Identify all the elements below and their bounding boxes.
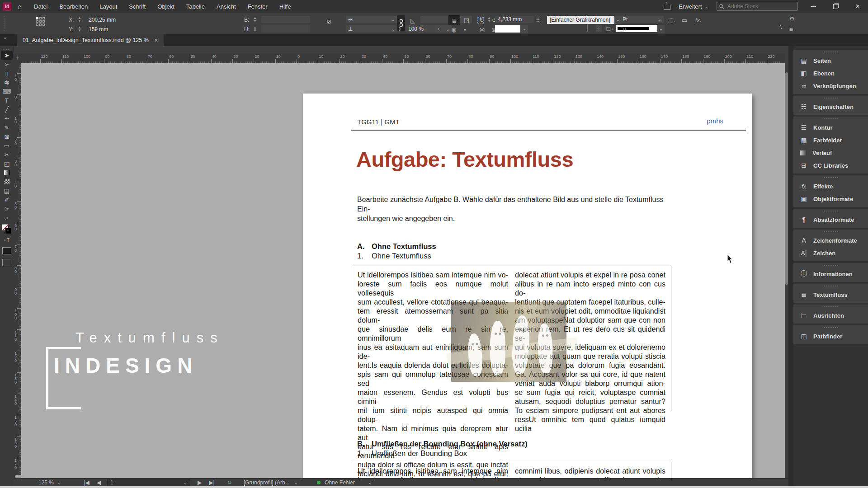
eyedropper-tool[interactable]: ✐ [1,195,13,204]
preflight-status-text[interactable]: Ohne Fehler [325,479,355,486]
scale-y-dropdown[interactable]: ⊥⌄ [346,25,397,33]
opacity-stepper[interactable]: ▲▼ [398,26,403,33]
panel-item-seiten[interactable]: ▤Seiten [793,54,868,67]
panel-item-ausrichten[interactable]: ⊨Ausrichten [793,309,868,322]
transparency-icon[interactable]: ▪ [464,26,466,33]
opacity-flyout-button[interactable]: › [435,25,441,33]
preview-swatch[interactable] [495,25,520,33]
panel-item-pathfinder[interactable]: ◱Pathfinder [793,330,868,343]
gradient-tool[interactable] [1,168,13,177]
panel-item-zeichenformate[interactable]: AZeichenformate [793,234,868,247]
stroke-proxy-swatch[interactable] [5,228,11,234]
tab-overflow-icon[interactable]: » [4,36,5,41]
zoom-chevron-icon[interactable]: ⌄ [57,480,61,485]
next-page-button[interactable]: ▶ [198,479,202,486]
panel-group-grip[interactable] [824,211,838,211]
vertical-scrollbar[interactable] [785,63,788,478]
last-page-button[interactable]: ▶| [209,479,214,486]
stroke-weight-dropdown[interactable]: 1 Pt⌄ [616,16,664,23]
direct-selection-tool[interactable]: ➢ [1,60,13,69]
minimize-button[interactable]: — [806,3,821,9]
y-value[interactable]: 159 mm [89,26,108,33]
y-stepper[interactable]: ▲▼ [78,26,83,33]
height-stepper[interactable]: ▲▼ [253,26,258,33]
panel-item-kontur[interactable]: ☰Kontur [793,121,868,134]
menu-bearbeiten[interactable]: Bearbeiten [53,3,94,10]
panel-item-absatzformate[interactable]: ¶Absatzformate [793,213,868,226]
panel-item-informationen[interactable]: ⓘInformationen [793,267,868,280]
indesign-logo[interactable]: Id [3,2,11,11]
panel-item-farbfelder[interactable]: ▦Farbfelder [793,134,868,146]
x-value[interactable]: 200,25 mm [89,17,116,23]
menu-tabelle[interactable]: Tabelle [180,3,211,10]
panel-item-textumfluss[interactable]: ≣Textumfluss [793,288,868,301]
ruler-origin-box[interactable]: ┼ [14,53,22,63]
opacity-field[interactable]: 100 % [406,25,437,33]
restore-button[interactable] [833,4,838,9]
normal-view-mode-button[interactable] [2,247,11,254]
pencil-tool[interactable]: ✎ [1,123,13,132]
free-transform-tool[interactable]: ◰ [1,159,13,168]
preflight-refresh-icon[interactable]: ↻ [227,479,232,486]
width-stepper[interactable]: ▲▼ [253,16,258,23]
x-stepper[interactable]: ▲▼ [78,16,83,23]
tools-grip[interactable] [3,49,10,50]
screen-mode-button[interactable] [2,259,11,266]
panel-group-grip[interactable] [824,52,838,52]
document-tab[interactable]: 01_Aufgabe_InDesign_Textumfluss.indd @ 1… [17,34,164,46]
flip-horizontal-icon[interactable]: ⋈ [479,26,485,33]
type-tool[interactable]: T [1,96,13,105]
stroke-style-chevron[interactable]: ⌄ [657,25,665,33]
fill-stroke-proxy[interactable] [1,224,13,236]
placed-image[interactable] [451,302,566,382]
wrap-options-icon[interactable] [477,17,484,23]
panel-item-ebenen[interactable]: ◧Ebenen [793,67,868,80]
vertical-ruler[interactable]: 1 001 02 03 04 05 06 07 08 09 01 0 01 1 … [14,63,21,478]
workspace-switcher[interactable]: Erweitert⌄ [679,3,708,10]
pasteboard[interactable]: Textumfluss INDESIGN TGG11 | GMT pmhs Au… [21,63,785,478]
scale-x-dropdown[interactable]: ⇥⌄ [346,16,397,23]
menu-schrift[interactable]: Schrift [123,3,151,10]
wrap-offset-stepper[interactable]: ▲▼ [487,16,492,23]
panel-group-grip[interactable] [824,286,838,286]
corner-options-icon[interactable]: ⬚. [668,17,675,23]
adobe-stock-search[interactable] [717,2,798,11]
hand-tool[interactable]: ☞ [1,204,13,213]
wrap-around-bounding-box-button[interactable]: ≣ [448,15,460,25]
first-page-button[interactable]: |◀ [84,479,89,486]
menu-objekt[interactable]: Objekt [151,3,180,10]
no-text-wrap-button[interactable]: ▤ [461,15,472,24]
frame-tool[interactable]: ⊠ [1,132,13,141]
panel-item-verkn-pfungen[interactable]: ∞Verknüpfungen [793,80,868,92]
style-override-icon[interactable]: ❏+ [606,26,613,32]
close-button[interactable]: ✕ [851,3,864,9]
height-field[interactable] [261,25,310,33]
horizontal-scrollbar-thumb[interactable] [15,475,25,478]
selection-tool[interactable]: ➤ [1,51,13,60]
profile-chevron-icon[interactable]: ⌄ [294,480,298,485]
vertical-scrollbar-thumb[interactable] [785,72,788,285]
panel-group-grip[interactable] [824,327,838,328]
panel-item-verlauf[interactable]: Verlauf [793,146,868,159]
panel-group-grip[interactable] [824,118,838,119]
gear-icon[interactable]: ⚙ [789,15,795,22]
zoom-level[interactable]: 125 % [38,479,54,486]
panel-grip[interactable] [4,16,6,31]
note-tool[interactable]: ▤ [1,186,13,195]
tab-close-icon[interactable]: ✕ [154,38,158,43]
panel-item-objektformate[interactable]: ▣Objektformate [793,192,868,205]
constrain-dimensions-icon[interactable]: ⊘ [326,18,332,25]
panel-item-effekte[interactable]: fxEffekte [793,180,868,192]
reference-point-locator[interactable] [36,17,45,26]
status-chevron-icon[interactable]: ⌄ [368,480,372,485]
gradient-feather-tool[interactable] [1,177,13,186]
preview-chevron[interactable]: ⌄ [521,25,528,33]
zoom-tool[interactable]: ⌕ [1,213,13,222]
panel-group-grip[interactable] [824,306,838,307]
gap-tool[interactable]: ↹ [1,78,13,87]
object-style-dropdown[interactable]: [Einfacher Grafikrahmen] [547,16,619,24]
wrap-offset-field[interactable]: 4,233 mm [495,16,534,23]
horizontal-ruler[interactable]: 1201101009080706050403020100102030405060… [21,53,785,63]
panel-group-grip[interactable] [824,265,838,266]
panel-item-cc-libraries[interactable]: ⊟CC Libraries [793,159,868,172]
